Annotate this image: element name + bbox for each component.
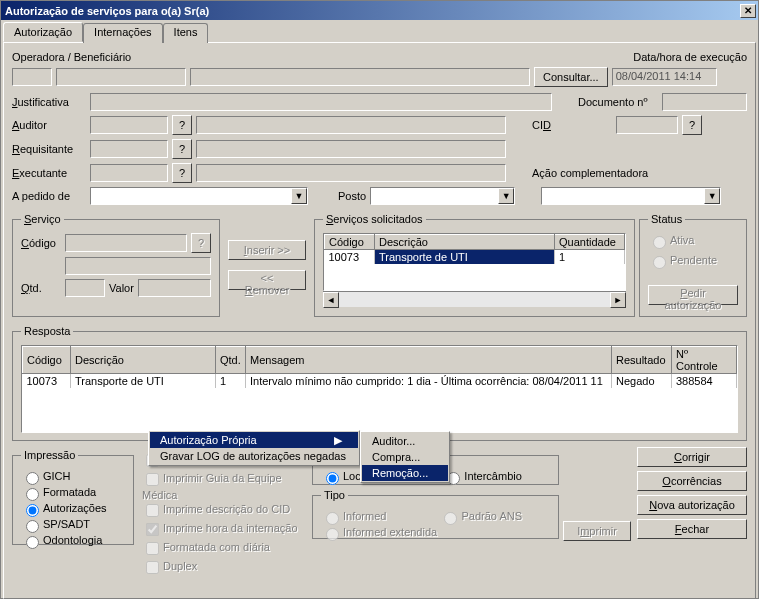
cid-lookup[interactable]: ?	[682, 115, 702, 135]
documento-field[interactable]	[662, 93, 747, 111]
label-cid: CID	[532, 119, 612, 131]
imprimir-button[interactable]: Imprimir	[563, 521, 631, 541]
justificativa-field[interactable]	[90, 93, 552, 111]
executante-nome	[196, 164, 506, 182]
client-area: Autorização Internações Itens Operadora …	[1, 20, 758, 598]
window-title: Autorização de serviços para o(a) Sr(a)	[5, 5, 740, 17]
chevron-down-icon[interactable]: ▼	[291, 188, 307, 204]
operadora-cod	[12, 68, 52, 86]
servicos-grid[interactable]: Código Descrição Quantidade 10073 Transp…	[323, 233, 626, 291]
chk-guia-equipe	[146, 473, 159, 486]
legend-status: Status	[648, 213, 685, 225]
menu-autorizacao-propria[interactable]: Autorização Própria ▶	[150, 432, 358, 448]
apedido-combo[interactable]: ▼	[90, 187, 308, 205]
radio-formatada[interactable]	[26, 488, 39, 501]
acao-comp-combo[interactable]: ▼	[541, 187, 721, 205]
group-status: Status Ativa Pendente Pedir autorização	[639, 213, 747, 317]
radio-padrao-ans	[444, 512, 457, 525]
scroll-left-icon[interactable]: ◄	[323, 292, 339, 308]
consultar-button[interactable]: Consultar...	[534, 67, 608, 87]
requisitante-nome	[196, 140, 506, 158]
group-impressao: Impressão GICH Formatada Autorizações SP…	[12, 449, 134, 545]
requisitante-cod[interactable]	[90, 140, 168, 158]
resposta-grid[interactable]: Código Descrição Qtd. Mensagem Resultado…	[21, 345, 738, 433]
servico-codigo[interactable]	[65, 234, 187, 252]
radio-informed	[326, 512, 339, 525]
executante-lookup[interactable]: ?	[172, 163, 192, 183]
window: Autorização de serviços para o(a) Sr(a) …	[0, 0, 759, 599]
menu-gravar-log[interactable]: Gravar LOG de autorizações negadas	[150, 448, 358, 464]
tab-itens[interactable]: Itens	[163, 23, 209, 43]
legend-serv-sol: Serviços solicitados	[323, 213, 426, 225]
radio-spsadt[interactable]	[26, 520, 39, 533]
submenu-remocao[interactable]: Remoção...	[362, 465, 448, 481]
grid-header: Código Descrição Qtd. Mensagem Resultado…	[23, 347, 737, 374]
radio-odonto[interactable]	[26, 536, 39, 549]
posto-combo[interactable]: ▼	[370, 187, 515, 205]
tab-panel: Operadora / Beneficiário Data/hora de ex…	[3, 42, 756, 599]
label-apedido: A pedido de	[12, 190, 86, 202]
tabstrip: Autorização Internações Itens	[3, 22, 756, 42]
pedir-aut-button[interactable]: Pedir autorização	[648, 285, 738, 305]
servico-valor[interactable]	[138, 279, 211, 297]
auditor-nome	[196, 116, 506, 134]
radio-autorizacoes[interactable]	[26, 504, 39, 517]
titlebar: Autorização de serviços para o(a) Sr(a) …	[1, 1, 758, 20]
radio-local[interactable]	[326, 472, 339, 485]
fechar-button[interactable]: Fechar	[637, 519, 747, 539]
context-submenu[interactable]: Auditor... Compra... Remoção...	[360, 431, 450, 483]
grid-header: Código Descrição Quantidade	[325, 235, 625, 250]
group-servico: Serviço Código ? Qtd.	[12, 213, 220, 317]
submenu-arrow-icon: ▶	[334, 434, 342, 447]
executante-cod[interactable]	[90, 164, 168, 182]
corrigir-button[interactable]: Corrigir	[637, 447, 747, 467]
tab-autorizacao[interactable]: Autorização	[3, 22, 83, 42]
legend-impressao: Impressão	[21, 449, 78, 461]
context-menu[interactable]: Autorização Própria ▶ Gravar LOG de auto…	[148, 430, 360, 466]
legend-tipo: Tipo	[321, 489, 348, 501]
label-valor: Valor	[109, 282, 134, 294]
label-auditor: Auditor	[12, 119, 86, 131]
radio-ativa	[653, 236, 666, 249]
group-resposta: Resposta Código Descrição Qtd. Mensagem …	[12, 325, 747, 441]
label-codigo: Código	[21, 237, 61, 249]
servico-desc	[65, 257, 211, 275]
requisitante-lookup[interactable]: ?	[172, 139, 192, 159]
label-posto: Posto	[338, 190, 366, 202]
nova-aut-button[interactable]: Nova autorização	[637, 495, 747, 515]
group-tipo: Tipo Informed Padrão ANS Informed extend…	[312, 489, 559, 539]
close-button[interactable]: ✕	[740, 4, 756, 18]
table-row[interactable]: 10073 Transporte de UTI 1 Intervalo míni…	[23, 374, 737, 389]
submenu-compra[interactable]: Compra...	[362, 449, 448, 465]
scrollbar[interactable]: ◄ ►	[323, 291, 626, 307]
label-documento: Documento nº	[578, 96, 658, 108]
servico-lookup[interactable]: ?	[191, 233, 211, 253]
ocorrencias-button[interactable]: Ocorrências	[637, 471, 747, 491]
tab-internacoes[interactable]: Internações	[83, 23, 162, 43]
cid-field[interactable]	[616, 116, 678, 134]
auditor-lookup[interactable]: ?	[172, 115, 192, 135]
label-justificativa: Justificativa	[12, 96, 86, 108]
servico-qtd[interactable]	[65, 279, 105, 297]
scroll-right-icon[interactable]: ►	[610, 292, 626, 308]
beneficiario-cod	[56, 68, 186, 86]
inserir-button[interactable]: Inserir >>	[228, 240, 306, 260]
auditor-cod[interactable]	[90, 116, 168, 134]
chevron-down-icon[interactable]: ▼	[498, 188, 514, 204]
beneficiario-nome	[190, 68, 530, 86]
radio-gich[interactable]	[26, 472, 39, 485]
data-exec-field: 08/04/2011 14:14	[612, 68, 717, 86]
chk-duplex	[146, 561, 159, 574]
legend-servico: Serviço	[21, 213, 64, 225]
label-requisitante: Requisitante	[12, 143, 86, 155]
submenu-auditor[interactable]: Auditor...	[362, 433, 448, 449]
chk-formatada-diaria	[146, 542, 159, 555]
chevron-down-icon[interactable]: ▼	[704, 188, 720, 204]
chk-desc-cid	[146, 504, 159, 517]
radio-pendente	[653, 256, 666, 269]
label-operadora: Operadora / Beneficiário	[12, 51, 131, 63]
label-data-exec: Data/hora de execução	[633, 51, 747, 63]
label-qtd: Qtd.	[21, 282, 61, 294]
remover-button[interactable]: << Remover	[228, 270, 306, 290]
table-row[interactable]: 10073 Transporte de UTI 1	[325, 250, 625, 265]
